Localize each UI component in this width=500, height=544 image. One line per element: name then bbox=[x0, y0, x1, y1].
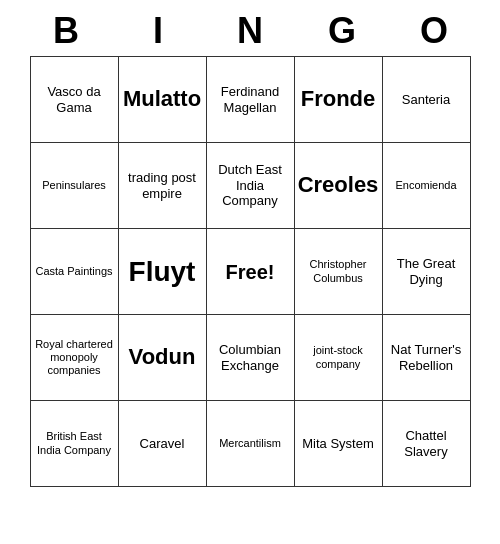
bingo-cell: Mita System bbox=[295, 401, 383, 487]
bingo-cell: Encomienda bbox=[383, 143, 471, 229]
bingo-cell: Fronde bbox=[295, 57, 383, 143]
bingo-cell: trading post empire bbox=[119, 143, 207, 229]
bingo-cell: joint-stock company bbox=[295, 315, 383, 401]
bingo-cell: Casta Paintings bbox=[31, 229, 119, 315]
bingo-cell: Creoles bbox=[295, 143, 383, 229]
bingo-cell: Fluyt bbox=[119, 229, 207, 315]
bingo-cell: Mulatto bbox=[119, 57, 207, 143]
letter-b: B bbox=[22, 10, 110, 52]
bingo-cell: The Great Dying bbox=[383, 229, 471, 315]
bingo-cell: Christopher Columbus bbox=[295, 229, 383, 315]
bingo-cell: Vodun bbox=[119, 315, 207, 401]
bingo-cell: Chattel Slavery bbox=[383, 401, 471, 487]
bingo-cell: Ferdinand Magellan bbox=[207, 57, 295, 143]
bingo-title: B I N G O bbox=[20, 10, 480, 52]
bingo-cell: Free! bbox=[207, 229, 295, 315]
letter-n: N bbox=[206, 10, 294, 52]
bingo-cell: Vasco da Gama bbox=[31, 57, 119, 143]
bingo-cell: Santeria bbox=[383, 57, 471, 143]
letter-o: O bbox=[390, 10, 478, 52]
bingo-cell: Nat Turner's Rebellion bbox=[383, 315, 471, 401]
bingo-cell: Mercantilism bbox=[207, 401, 295, 487]
bingo-cell: British East India Company bbox=[31, 401, 119, 487]
letter-i: I bbox=[114, 10, 202, 52]
bingo-cell: Columbian Exchange bbox=[207, 315, 295, 401]
letter-g: G bbox=[298, 10, 386, 52]
bingo-cell: Peninsulares bbox=[31, 143, 119, 229]
bingo-grid: Vasco da GamaMulattoFerdinand MagellanFr… bbox=[30, 56, 471, 487]
bingo-cell: Dutch East India Company bbox=[207, 143, 295, 229]
bingo-cell: Royal chartered monopoly companies bbox=[31, 315, 119, 401]
bingo-cell: Caravel bbox=[119, 401, 207, 487]
